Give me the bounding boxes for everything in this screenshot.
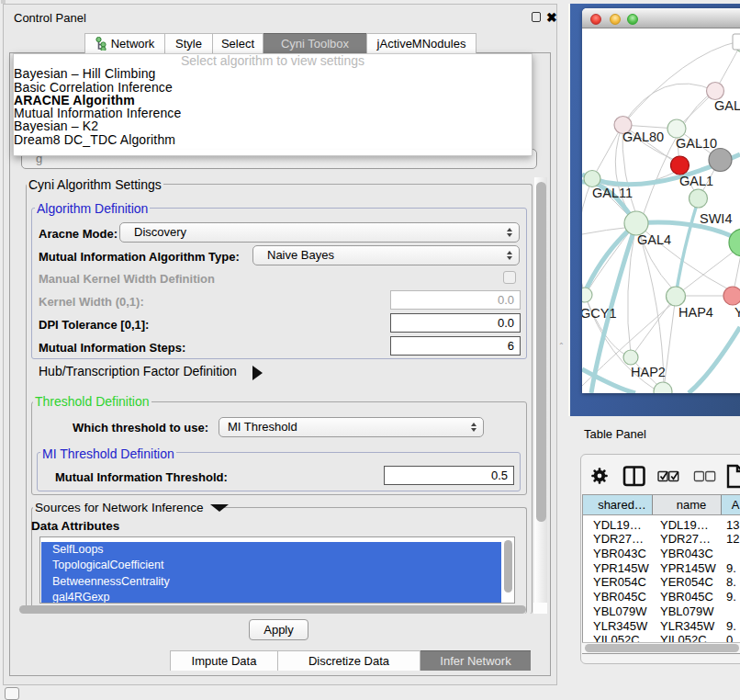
svg-text:GAL11: GAL11 <box>592 186 633 200</box>
svg-text:GCY1: GCY1 <box>582 306 617 321</box>
svg-text:GAL80: GAL80 <box>622 130 664 144</box>
svg-text:YJ: YJ <box>734 305 740 320</box>
svg-text:HAP2: HAP2 <box>631 365 666 379</box>
svg-text:GAL4: GAL4 <box>637 232 671 247</box>
svg-text:GAL7: GAL7 <box>714 98 740 113</box>
svg-text:HAP4: HAP4 <box>678 305 713 320</box>
svg-text:GAL10: GAL10 <box>676 136 717 151</box>
svg-text:GAL1: GAL1 <box>679 174 713 188</box>
svg-text:SWI4: SWI4 <box>700 211 732 226</box>
